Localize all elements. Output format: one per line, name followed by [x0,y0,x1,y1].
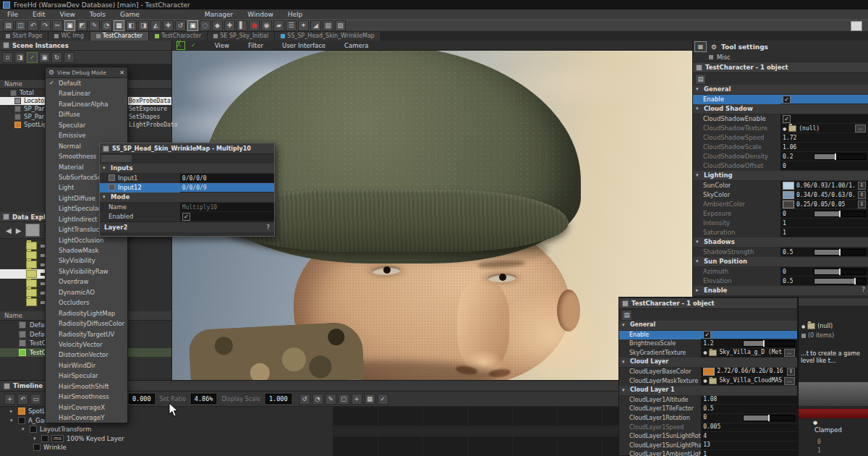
color-swatch[interactable] [783,200,794,208]
menu-item[interactable]: Manager [197,9,240,20]
property-value[interactable]: ✓ ● 0.2 ↕ [780,152,868,161]
frame-field[interactable]: 0.000 [129,394,155,404]
property-value[interactable]: ✓ 0/0/0/9 [180,183,274,193]
property-value[interactable]: ✓ ● 0.5 ↕ [780,276,868,286]
property-row[interactable]: SunColor ✓ ● 0.96/0.93/1.00/1.00 ↕ [693,181,868,190]
slider[interactable] [814,211,866,217]
property-row[interactable]: Sun Position ✓ ● ↕ [693,257,868,267]
scene-tool-button[interactable]: ✓ [27,52,38,63]
scene-tool-button[interactable]: ▫ [2,52,13,63]
slider[interactable] [814,278,866,284]
toolbar-icon[interactable]: ◨ [138,20,149,31]
property-row[interactable]: CloudShadowOffset ✓ ● 0 ↕ [693,161,868,171]
property-row[interactable]: CloudShadowTexture ✓ ● (null) ... ↕ [693,124,868,133]
property-row[interactable]: General ✓ ● ↕ [619,321,797,331]
timeline-mode-button[interactable]: ✎ [326,394,336,405]
toolbar-icon[interactable]: ◩ [77,20,88,31]
view-mode-item[interactable]: ✓ Default [46,78,127,88]
property-row[interactable]: CloudLayer1Altitude ✓ ● 1.08 ↕ [619,396,797,405]
forward-arrow-icon[interactable]: ▶ [16,227,22,235]
property-row[interactable]: Exposure ✓ ● 0 ↕ [693,209,868,219]
property-value[interactable]: ✓ ● 1.72 ↕ [780,133,868,143]
viewport-menu-view[interactable]: View [215,42,229,49]
toolbar-icon[interactable]: ↺ [175,20,186,31]
dock-icon[interactable]: ▦ [694,41,707,52]
help-icon[interactable]: ? [266,224,270,231]
property-value[interactable]: ✓ 0/0/0/0 [180,174,274,183]
view-mode-item[interactable]: ✓ SkyVisibilityRaw [46,266,127,276]
timeline-tool-button[interactable]: ↶ [17,394,28,405]
spinner-icon[interactable]: ↕ [858,182,866,190]
timeline-mode-button[interactable]: ◔ [312,394,323,405]
property-value[interactable]: ✓ ● 0.96/0.93/1.00/1.00 ↕ [780,181,868,190]
layer-label[interactable]: Layer2 [104,224,127,231]
property-row[interactable]: CloudLayer1Rotation ✓ ● 0 ↕ [619,414,797,423]
color-swatch[interactable] [783,191,794,199]
menu-item[interactable]: Edit [25,9,52,20]
toolbar-icon[interactable]: ▦ [114,20,124,31]
expand-arrow-icon[interactable]: ▾ [22,426,27,432]
timeline-mode-button[interactable]: ▢ [339,394,349,405]
property-value[interactable]: ✓ ● 0.5 ↕ [701,405,797,414]
expand-arrow-icon[interactable]: ▾ [10,418,15,423]
view-mode-item[interactable]: ✓ HairSmoothness [46,392,127,402]
property-value[interactable]: ✓ ● 13 ↕ [701,442,797,451]
viewport-menu-filter[interactable]: Filter [248,42,263,49]
help-icon[interactable]: ? [861,286,865,293]
items-count-row[interactable]: (0 items) [801,332,834,339]
view-mode-item[interactable]: ✓ DynamicAO [46,287,127,297]
expand-arrow-icon[interactable]: ▾ [33,436,38,442]
view-mode-item[interactable]: ✓ HairWindDir [46,360,127,371]
timeline-mode-button[interactable]: ▦ [365,394,375,405]
view-mode-item[interactable]: ✓ RawLinearAlpha [46,99,127,109]
color-swatch[interactable] [783,182,794,190]
toolbar-icon[interactable]: ◉ [261,20,272,31]
timeline-tool-button[interactable]: + [4,394,15,405]
toolbar-icon[interactable]: ● [249,20,260,31]
slider[interactable] [814,153,866,160]
view-mode-item[interactable]: ✓ Specular [46,120,127,130]
property-row[interactable]: Intensity ✓ ● 1 ↕ [693,219,868,228]
menu-item[interactable]: Game [113,9,147,20]
view-mode-item[interactable]: ✓ RadiosityLightMap [46,308,127,318]
viewport-menu-user-interface[interactable]: User Interface [282,42,326,49]
document-tab[interactable]: WC Img [48,32,90,41]
checkbox[interactable]: ✓ [182,213,190,221]
scene-tool-button[interactable]: ◨ [14,52,25,63]
property-value[interactable]: ✓ ● 0 ↕ [780,161,868,171]
view-mode-item[interactable]: ✓ Overdraw [46,276,127,287]
browse-button[interactable]: ... [784,377,795,385]
view-mode-item[interactable]: ✓ HairCoverageY [46,413,127,423]
grid-toggle-icon[interactable] [176,41,185,50]
timeline-mode-button[interactable]: ✓ [378,394,388,405]
toolbar-icon[interactable]: ▰ [273,20,284,31]
property-value[interactable]: ✓ ● 0 ↕ [780,209,868,219]
slider[interactable] [743,415,795,421]
property-row[interactable]: Name ✓ Multiply10 [100,203,274,212]
property-row[interactable]: CloudLayer1SunLightRota... ✓ ● 4 ↕ [619,432,797,442]
filter-button[interactable]: ▤ [621,310,632,321]
property-row[interactable]: CloudLayerBaseColor ✓ ● 2.72/0.66/0.26/0… [619,368,797,377]
panel-toggle-button[interactable] [851,21,862,31]
property-row[interactable]: General ✓ ● ↕ [693,85,868,95]
property-row[interactable]: CloudLayer1SunLightPha... ✓ ● 13 ↕ [619,442,797,451]
toolbar-icon[interactable]: ◌ [200,20,210,31]
close-icon[interactable]: ✕ [119,69,124,76]
view-mode-item[interactable]: ✓ RawLinear [46,88,127,98]
toolbar-icon[interactable]: ◧ [126,20,137,31]
property-value[interactable]: ✓ ● ↕ [701,331,797,340]
property-row[interactable]: AmbientColor ✓ ● 0.25/0.05/0.05 ↕ [693,200,868,209]
property-row[interactable]: CloudShadowDensity ✓ ● 0.2 ↕ [693,152,868,161]
property-value[interactable]: ✓ ● Sky_Villa_g_D (Metica... ... ↕ [701,349,797,358]
property-row[interactable]: SkyColor ✓ ● 0.34/0.45/0.63/0.11 ↕ [693,190,868,200]
property-value[interactable]: ✓ ● 1 ↕ [780,228,868,237]
toolbar-icon[interactable]: ✂ [52,20,63,31]
view-mode-item[interactable]: ✓ SkyVisibility [46,256,127,266]
toolbar-icon[interactable]: ▧ [323,20,333,31]
property-value[interactable]: ✓ ● 1.2 ↕ [701,339,797,349]
object-header[interactable]: TestCharacter - 1 object [693,62,868,73]
viewport-menu-camera[interactable]: Camera [344,42,368,49]
property-row[interactable]: Input12 ✓ 0/0/0/9 [100,183,274,193]
property-row[interactable]: Cloud Layer 1 ✓ ● ↕ [619,386,797,396]
timeline-mode-button[interactable]: ↺ [299,394,310,405]
